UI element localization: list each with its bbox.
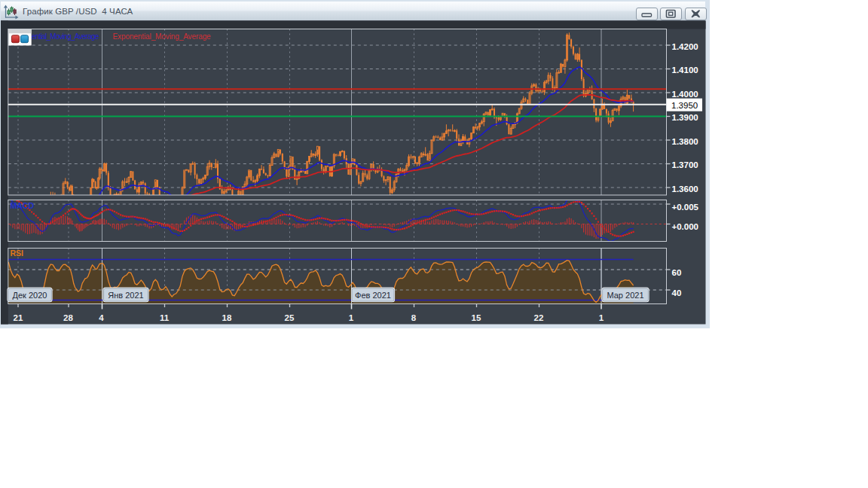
svg-text:40: 40 — [672, 288, 682, 297]
svg-text:1: 1 — [349, 313, 354, 322]
svg-text:25: 25 — [285, 313, 295, 322]
svg-text:18: 18 — [222, 313, 232, 322]
svg-text:4: 4 — [99, 313, 104, 322]
svg-text:1.3950: 1.3950 — [671, 101, 698, 110]
svg-text:60: 60 — [672, 268, 682, 277]
svg-text:1.3700: 1.3700 — [672, 160, 698, 169]
svg-text:15: 15 — [472, 313, 481, 322]
svg-text:1.4000: 1.4000 — [672, 90, 698, 99]
svg-text:Exponential_Moving_Average: Exponential_Moving_Average — [113, 32, 212, 41]
svg-text:ential_Moving_Average: ential_Moving_Average — [32, 32, 99, 41]
svg-text:8: 8 — [411, 313, 417, 322]
svg-text:Фев 2021: Фев 2021 — [355, 291, 391, 300]
svg-text:1.3600: 1.3600 — [672, 185, 698, 194]
svg-text:Янв 2021: Янв 2021 — [108, 291, 143, 300]
svg-text:1.3900: 1.3900 — [672, 113, 698, 122]
svg-text:Мар 2021: Мар 2021 — [607, 291, 643, 300]
svg-text:1.4200: 1.4200 — [672, 42, 698, 51]
svg-text:11: 11 — [160, 313, 170, 322]
svg-text:22: 22 — [534, 313, 544, 322]
svg-text:1.4100: 1.4100 — [672, 66, 698, 75]
svg-text:+0.005: +0.005 — [672, 203, 699, 212]
svg-text:21: 21 — [14, 313, 23, 322]
svg-text:Дек 2020: Дек 2020 — [13, 291, 47, 300]
svg-text:RSI: RSI — [11, 249, 24, 258]
svg-text:MACD: MACD — [11, 201, 35, 210]
svg-text:28: 28 — [63, 313, 73, 322]
svg-text:1: 1 — [599, 313, 604, 322]
svg-text:1.3800: 1.3800 — [672, 137, 698, 146]
svg-text:+0.000: +0.000 — [672, 222, 699, 231]
